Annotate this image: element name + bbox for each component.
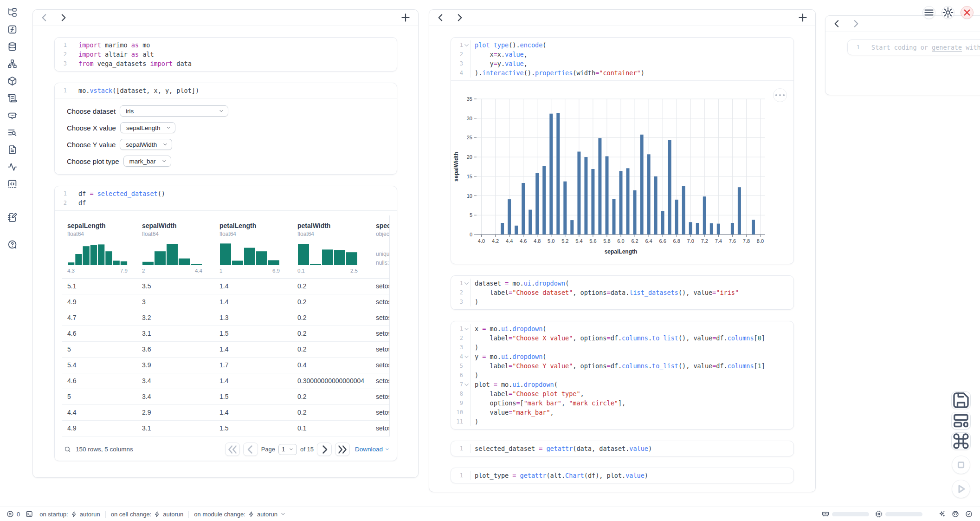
on-startup-setting[interactable]: on startup: autorun [39,511,100,518]
line-number: 1 [451,324,463,333]
fold-toggle[interactable] [463,352,470,361]
sidebar-item-sitemap[interactable] [5,58,19,69]
bar-chart[interactable]: 051015202530354.04.24.44.64.85.05.25.45.… [451,85,793,260]
table-row[interactable]: 5.43.91.70.4setosa [62,358,389,373]
column-back-button[interactable] [39,12,51,24]
add-cell-button[interactable] [797,12,809,24]
code-editor[interactable]: 1import marimo as mo2import altair as al… [55,38,397,71]
settings-button[interactable] [941,6,954,19]
memory-meter [832,512,869,516]
code-editor[interactable]: 1dataset = mo.ui.dropdown(2 label="Choos… [451,276,793,309]
choose-plot-type-select[interactable]: mark_bar [123,156,171,167]
x-circle-icon [6,510,14,518]
table-row[interactable]: 4.42.91.40.2setosa [62,405,389,421]
last-page-button[interactable] [335,443,350,456]
fold-toggle[interactable] [463,380,470,389]
column-histogram[interactable] [67,243,128,265]
code-line: 3from vega_datasets import data [55,59,397,68]
prev-page-button[interactable] [243,443,258,456]
on-module-change-setting[interactable]: on module change: autorun [194,511,286,518]
layout-button[interactable] [951,412,971,430]
on-cell-change-setting[interactable]: on cell change: autorun [111,511,184,518]
table-row[interactable]: 53.61.40.2setosa [62,342,389,358]
fold-toggle [67,40,74,50]
command-palette-button[interactable] [951,432,971,450]
add-cell-button[interactable] [400,12,412,24]
sidebar-item-activity[interactable] [5,161,19,172]
sidebar-item-help-circle[interactable] [5,239,19,250]
sidebar-item-list-search[interactable] [5,127,19,138]
code-editor[interactable]: 1 Start coding or generate with AI [848,40,980,55]
column-header[interactable]: petalWidthfloat640.12.5 [292,215,371,279]
table-row[interactable]: 4.63.41.40.30000000000000004setosa [62,373,389,389]
column-header[interactable]: sepalLengthfloat644.37.9 [62,215,137,279]
fold-toggle[interactable] [463,324,470,333]
error-count[interactable]: 0 [6,510,20,518]
code-editor[interactable]: 1selected_dataset = getattr(data, datase… [451,441,793,456]
download-button[interactable]: Download [355,446,390,453]
table-row[interactable]: 4.63.11.50.2setosa [62,326,389,342]
sidebar-item-chat-bot[interactable] [5,110,19,121]
fold-toggle [463,371,470,380]
generate-link[interactable]: generate [932,44,962,51]
column-histogram[interactable] [142,243,202,265]
database-icon [7,42,17,52]
sidebar-item-database[interactable] [5,41,19,52]
table-row[interactable]: 5.13.51.40.2setosa [62,279,389,294]
stop-button[interactable] [952,456,970,474]
sidebar-item-scroll-text[interactable] [5,92,19,104]
column-back-button[interactable] [831,18,843,30]
next-page-button[interactable] [317,443,332,456]
memory-usage[interactable] [822,510,869,518]
save-button[interactable] [951,391,971,409]
table-row[interactable]: 4.73.21.30.2setosa [62,310,389,326]
sidebar-item-package[interactable] [5,75,19,86]
choose-dataset-select[interactable]: iris [120,105,228,117]
svg-text:15: 15 [467,174,472,179]
copilot-button[interactable] [952,510,959,518]
connection-status[interactable] [965,510,973,518]
code-line: 1selected_dataset = getattr(data, datase… [451,444,793,453]
column-histogram[interactable] [219,243,280,265]
table-cell: 1.4 [214,342,292,357]
sidebar-item-file-tree[interactable] [5,7,19,18]
code-editor[interactable]: 1x = mo.ui.dropdown(2 label="Choose X va… [451,321,793,429]
sidebar-item-notebook-pen[interactable] [5,212,19,223]
column-forward-button[interactable] [453,12,465,24]
table-row[interactable]: 4.931.40.2setosa [62,294,389,310]
code-editor[interactable]: 1plot_type = getattr(alt.Chart(df), plot… [451,468,793,483]
code-editor[interactable]: 1plot_type().encode(2 x=x.value,3 y=y.va… [451,38,793,80]
page-select[interactable]: 1 [278,444,297,455]
fold-toggle[interactable] [463,279,470,288]
column-back-button[interactable] [435,12,447,24]
choose-y-value-select[interactable]: sepalWidth [120,139,172,150]
column-header[interactable]: petalLengthfloat6416.9 [214,215,292,279]
chevron-down-icon [289,447,294,452]
column-header[interactable]: sepalWidthfloat6424.4 [137,215,214,279]
table-cell: setosa [371,373,389,389]
code-editor[interactable]: 1df = selected_dataset()2df [55,186,397,210]
sidebar-item-file-document[interactable] [5,144,19,155]
table-row[interactable]: 4.93.11.50.1setosa [62,421,389,436]
sidebar-item-function-square[interactable] [5,24,19,35]
column-forward-button[interactable] [57,12,69,24]
ai-assist-button[interactable] [938,510,946,518]
close-panel-button[interactable] [961,6,974,19]
column-header[interactable]: speciesobjectuniquenulls: [371,215,389,279]
column-forward-button[interactable] [850,18,862,30]
table-row[interactable]: 53.41.50.2setosa [62,389,389,405]
code-line: 2import altair as alt [55,50,397,59]
fold-toggle[interactable] [463,40,470,50]
menu-button[interactable] [922,6,935,19]
first-page-button[interactable] [225,443,240,456]
terminal-button[interactable] [26,510,33,518]
line-number: 1 [55,189,67,198]
column-histogram[interactable] [297,243,358,265]
choose-x-value-select[interactable]: sepalLength [120,122,176,133]
chart-menu-button[interactable] [773,88,787,102]
cpu-usage[interactable] [875,510,922,518]
run-button[interactable] [952,480,970,498]
search-icon[interactable] [64,446,71,453]
sidebar-item-code-square[interactable] [5,178,19,189]
code-editor[interactable]: 1mo.vstack([dataset, x, y, plot]) [55,83,397,98]
